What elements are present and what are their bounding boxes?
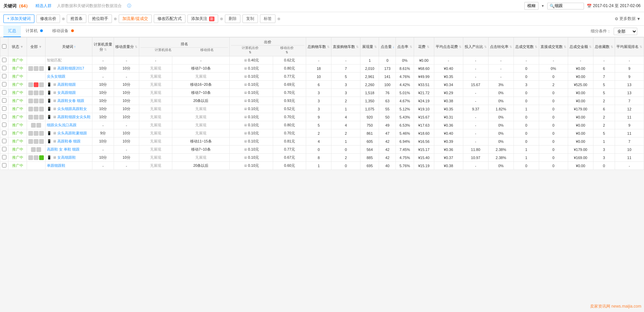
row-favorites: 3	[593, 154, 615, 162]
row-select-checkbox[interactable]	[2, 74, 6, 78]
row-select-checkbox[interactable]	[2, 82, 6, 86]
row-avg-rank: 9	[615, 73, 644, 81]
modify-match-button[interactable]: 修改匹配方式	[154, 15, 185, 23]
add-keyword-button[interactable]: + 添加关键词	[3, 15, 34, 23]
row-checkbox[interactable]	[0, 146, 8, 154]
row-checkbox[interactable]	[0, 129, 8, 137]
row-avg-rank: 13	[615, 81, 644, 89]
modify-bid-button[interactable]: 修改出价	[36, 15, 60, 23]
row-checkbox[interactable]	[0, 154, 8, 162]
select-all-checkbox[interactable]	[2, 44, 6, 49]
row-spend: ¥24.19	[414, 97, 434, 105]
table-row: 推广中智能匹配----🖥 0.40元0.62元--100%¥0.00------…	[0, 56, 644, 64]
row-checkbox[interactable]	[0, 56, 8, 64]
keyword-link[interactable]: 细跟尖头浅口高跟	[47, 123, 77, 127]
row-select-checkbox[interactable]	[2, 163, 6, 167]
row-pc-bid: 🖥 0.40元	[230, 56, 273, 64]
keyword-link[interactable]: 尖头女细跟	[47, 74, 65, 78]
keyword-link[interactable]: 高跟鞋 女 单鞋 细跟	[47, 147, 80, 151]
row-gmv: ¥179.00	[568, 105, 593, 113]
keyword-link[interactable]: 女高跟细跟	[57, 90, 76, 95]
row-checkbox[interactable]	[0, 121, 8, 129]
row-checkbox[interactable]	[0, 137, 8, 146]
th-mobile-rank: 移动排名	[200, 48, 214, 52]
color-tag	[28, 115, 33, 120]
add-follow-button[interactable]: 添加关注 新	[187, 15, 218, 23]
row-select-checkbox[interactable]	[2, 131, 6, 135]
row-select-checkbox[interactable]	[2, 90, 6, 95]
row-pc-quality: 10分	[92, 105, 114, 113]
crowd-tab[interactable]: 精选人群	[35, 3, 52, 9]
row-roi: -	[463, 137, 488, 146]
row-avg-rank: 11	[615, 154, 644, 162]
row-select-checkbox[interactable]	[2, 66, 6, 70]
chevron-down-icon-more: ▼	[637, 17, 641, 21]
row-checkbox[interactable]	[0, 64, 8, 73]
row-orders-total: 1	[514, 154, 539, 162]
row-checkbox[interactable]	[0, 162, 8, 170]
row-select-checkbox[interactable]	[2, 58, 6, 62]
row-checkbox[interactable]	[0, 81, 8, 89]
row-cart-total: 1	[306, 162, 331, 170]
row-checkbox[interactable]	[0, 105, 8, 113]
row-cvr: -	[488, 73, 514, 81]
row-select-checkbox[interactable]	[2, 155, 6, 159]
row-checkbox[interactable]	[0, 97, 8, 105]
keyword-link[interactable]: 高跟鞋细跟	[57, 82, 76, 86]
keyword-link[interactable]: 单跟细跟鞋	[47, 163, 65, 167]
tag-button[interactable]: 标签	[260, 15, 275, 23]
keyword-link[interactable]: 高跟鞋细跟2017	[57, 66, 84, 70]
row-select-checkbox[interactable]	[2, 98, 6, 103]
keyword-link[interactable]: 高跟鞋春 细跟	[57, 139, 81, 143]
row-select-checkbox[interactable]	[2, 106, 6, 111]
row-cvr: 0%	[488, 129, 514, 137]
more-data[interactable]: ⚙ 更多数据 ▼	[615, 16, 641, 22]
row-cvr: -	[488, 56, 514, 64]
row-clicks: 47	[379, 129, 396, 137]
grab-helper-button[interactable]: 抢位助手	[88, 15, 112, 23]
row-checkbox[interactable]	[0, 113, 8, 121]
search-input[interactable]	[555, 4, 582, 8]
row-avg-rank: 11	[615, 129, 644, 137]
keyword-link[interactable]: 女高细跟鞋	[57, 155, 76, 159]
row-tags	[27, 121, 46, 129]
delete-button[interactable]: 删除	[225, 15, 240, 23]
table-row: 推广中单跟细跟鞋--无展现20条以后🖥 0.10元0.60元10695405.7…	[0, 162, 644, 170]
tab-pc[interactable]: 计算机	[21, 25, 48, 37]
row-clicks: 55	[379, 105, 396, 113]
row-select-checkbox[interactable]	[2, 114, 6, 119]
mobile-icon: 📱	[47, 99, 52, 103]
row-orders-direct: 0	[539, 154, 568, 162]
top-item-button[interactable]: 抢首条	[67, 15, 86, 23]
search-type-button[interactable]: 模糊	[524, 2, 538, 10]
row-tags	[27, 56, 46, 64]
filter-select[interactable]: 全部	[614, 28, 637, 35]
row-checkbox[interactable]	[0, 89, 8, 97]
row-pc-rank: 无展现	[139, 154, 172, 162]
th-avg-cpc: 平均点击花费 ⇅	[434, 37, 463, 56]
th-cvr: 点击转化率 ⇅	[488, 37, 514, 56]
keyword-link[interactable]: 尖头细跟高跟鞋女	[57, 107, 87, 111]
keyword-link[interactable]: 尖头高跟鞋夏细跟	[57, 131, 87, 135]
keyword-link[interactable]: 高跟鞋女春 细跟	[57, 99, 84, 103]
boost-traffic-button[interactable]: 加流量/提成交	[119, 15, 151, 23]
row-cart-total: 3	[306, 89, 331, 97]
row-checkbox[interactable]	[0, 73, 8, 81]
search-box[interactable]: 🔍	[547, 3, 584, 9]
row-select-checkbox[interactable]	[2, 147, 6, 151]
color-tag	[36, 147, 41, 152]
row-select-checkbox[interactable]	[2, 123, 6, 127]
row-favorites: 7	[593, 73, 615, 81]
row-mobile-quality: 10分	[114, 89, 139, 97]
keyword-link[interactable]: 高跟鞋细跟女尖头鞋	[57, 115, 91, 119]
row-impressions: 1	[360, 56, 379, 64]
row-gmv: ¥0.00	[568, 113, 593, 121]
tab-mobile[interactable]: 移动设备	[48, 25, 78, 37]
tab-summary[interactable]: 汇总	[3, 25, 21, 37]
table-header-row: 状态 ▼ 全部 ▼ 关键词 ↑ 计算机质量分 ⇅ 移动质量分 ⇅ 排名 计算机排…	[0, 37, 644, 56]
row-select-checkbox[interactable]	[2, 139, 6, 143]
row-mobile-rank: 无展现	[172, 154, 230, 162]
row-orders-total: 0	[514, 137, 539, 146]
copy-button[interactable]: 复制	[242, 15, 258, 23]
row-mobile-bid: 0.60元	[273, 162, 306, 170]
